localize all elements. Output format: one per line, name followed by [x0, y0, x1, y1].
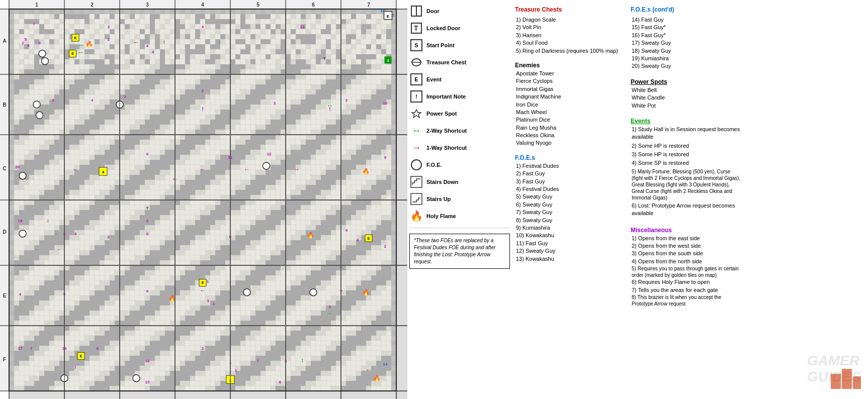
events-title: Events [631, 118, 741, 125]
svg-rect-10 [853, 376, 861, 389]
misc-3: 3) Opens from the south side [631, 250, 741, 257]
1way-icon: → [409, 141, 423, 155]
foe-16: 16) Fast Guy* [631, 32, 741, 39]
legend-item-important: ! Important Note [409, 89, 510, 104]
power-label: Power Spot [426, 111, 457, 117]
2way-icon: ↔ [409, 124, 423, 138]
start-label: Start Point [426, 42, 455, 48]
misc-section: Miscellaneous 1) Opens from the east sid… [631, 225, 741, 307]
start-icon: S [409, 38, 423, 52]
enemies-section: Enemies Apostate Tower Fierce Cyclops Im… [515, 60, 626, 147]
enemy-9: Reckless Okina [515, 132, 626, 139]
foe-7: 7) Sweaty Guy [515, 209, 626, 216]
event-6: 6) Lost: Prototype Arrow request becomes… [631, 202, 741, 218]
legend-item-holy-flame: 🔥 Holy Flame [409, 209, 510, 223]
misc-6: 6) Requires Holy Flame to open [631, 278, 741, 286]
svg-text:T: T [414, 24, 418, 32]
power-icon [409, 107, 423, 121]
foe-15: 15) Fast Guy* [631, 24, 741, 31]
legend-item-1way: → 1-Way Shortcut [409, 141, 510, 155]
note-text: *These two FOEs are replaced by a Festiv… [414, 238, 495, 264]
treasure-title: Treasure Chests [515, 6, 626, 13]
door-icon [409, 4, 423, 18]
legend-item-stairs-down: Stairs Down [409, 175, 510, 189]
foe-17: 17) Sweaty Guy [631, 39, 741, 47]
svg-rect-1 [411, 6, 416, 16]
foe-icon [409, 158, 423, 172]
power-spots-list: White Belt White Candle White Pot [631, 86, 741, 110]
locked-door-icon: T [409, 21, 423, 35]
foe-4: 4) Festival Dudes [515, 185, 626, 193]
foe-9: 9) Kumiashira [515, 224, 626, 232]
foe-19: 19) Kumiashira [631, 55, 741, 62]
legend-item-stairs-up: Stairs Up [409, 192, 510, 206]
power-spots-title: Power Spots [631, 78, 741, 85]
map-section [0, 0, 407, 399]
enemies-title: Enemies [515, 62, 626, 69]
important-box: ! [410, 90, 422, 103]
1way-arrow: → [412, 143, 421, 153]
misc-title: Miscellaneous [631, 227, 741, 234]
misc-4: 4) Opens from the north side [631, 258, 741, 265]
legend-item-treasure: Treasure Chest [409, 55, 510, 69]
foes-section: F.O.E.s 1) Festival Dudes 2) Fast Guy 3)… [515, 152, 626, 263]
treasure-list: 1) Dragon Scale 2) Volt Pin 3) Harisen 4… [515, 16, 626, 55]
start-box: S [410, 39, 422, 51]
treasure-enemies-col: Treasure Chests 1) Dragon Scale 2) Volt … [515, 4, 626, 395]
enemy-10: Valuing Nyogo [515, 139, 626, 147]
event-box: E [410, 73, 422, 85]
map-canvas [0, 0, 407, 399]
misc-2: 2) Opens from the west side [631, 242, 741, 250]
misc-list: 1) Opens from the east side 2) Opens fro… [631, 235, 741, 307]
foe-3: 3) Fast Guy [515, 178, 626, 185]
foes-contd-list: 14) Fast Guy 15) Fast Guy* 16) Fast Guy*… [631, 16, 741, 70]
divider-1 [409, 228, 510, 228]
flame-emoji: 🔥 [410, 210, 423, 222]
treasure-label: Treasure Chest [426, 59, 466, 65]
legend-item-event: E Event [409, 72, 510, 86]
foe-14: 14) Fast Guy [631, 16, 741, 24]
foes-list: 1) Festival Dudes 2) Fast Guy 3) Fast Gu… [515, 162, 626, 263]
stairs-down-label: Stairs Down [426, 179, 459, 185]
event-3: 3) Some HP is restored [631, 151, 741, 158]
enemies-list: Apostate Tower Fierce Cyclops Immortal G… [515, 70, 626, 147]
2way-arrow: ↔ [412, 126, 421, 136]
legend-item-door: Door [409, 4, 510, 18]
stairs-up-icon [409, 192, 423, 206]
misc-7: 7) Tells you the areas for each gate [631, 286, 741, 294]
important-label: Important Note [426, 93, 466, 99]
door-label: Door [426, 8, 440, 14]
enemy-8: Rain Leg Musha [515, 124, 626, 132]
event-4: 4) Some SP is restored [631, 159, 741, 167]
legend-item-power: Power Spot [409, 107, 510, 121]
event-icon: E [409, 72, 423, 86]
legend-item-locked-door: T Locked Door [409, 21, 510, 35]
legend-item-start: S Start Point [409, 38, 510, 52]
foe-10: 10) Kowakashu [515, 232, 626, 239]
treasure-1: 1) Dragon Scale [515, 16, 626, 24]
misc-8: 8) This brazier is lit when you accept t… [631, 294, 741, 307]
event-2: 2) Some HP is restored [631, 142, 741, 150]
holy-flame-icon: 🔥 [409, 209, 423, 223]
foe-11: 11) Fast Guy [515, 240, 626, 247]
enemy-2: Fierce Cyclops [515, 77, 626, 85]
watermark-area: GAMERGUIDES [746, 4, 866, 395]
legend-section: Door T Locked Door S Start Point Treasur… [407, 0, 868, 399]
foes-contd-title: F.O.E.s (cont'd) [631, 6, 741, 13]
gamer-guides-logo [831, 369, 861, 390]
locked-door-label: Locked Door [426, 25, 460, 31]
legend-item-foe: F.O.E. [409, 158, 510, 172]
foe-2: 2) Fast Guy [515, 170, 626, 177]
treasure-4: 4) Soul Food [515, 39, 626, 47]
treasure-5: 5) Ring of Darkness (requires 100% map) [515, 47, 626, 55]
treasure-3: 3) Harisen [515, 32, 626, 39]
stairs-up-label: Stairs Up [426, 196, 451, 202]
event-1: 1) Study Hall is in Session request beco… [631, 126, 741, 141]
enemy-4: Indignant Machine [515, 93, 626, 101]
event-label: Event [426, 76, 442, 82]
svg-rect-7 [411, 193, 422, 205]
legend-item-2way: ↔ 2-Way Shortcut [409, 124, 510, 138]
enemy-7: Platinum Dice [515, 116, 626, 124]
foe-20: 20) Sweaty Guy [631, 62, 741, 70]
svg-rect-8 [831, 374, 841, 389]
